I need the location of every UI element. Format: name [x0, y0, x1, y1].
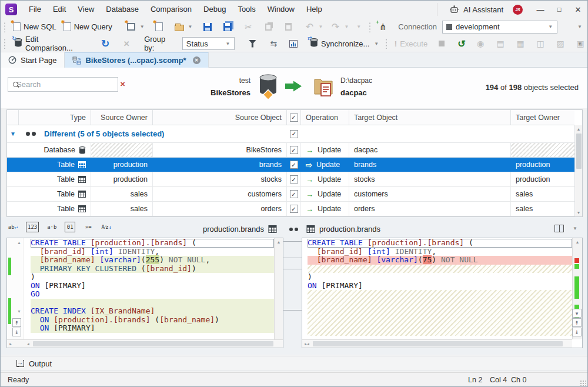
- refresh-button[interactable]: ↻: [99, 37, 111, 50]
- operation-cell[interactable]: →Update: [301, 172, 349, 186]
- code-line[interactable]: CREATE TABLE [production].[brands] (: [31, 239, 274, 248]
- fold-marker-icon[interactable]: ▲: [17, 241, 21, 245]
- menu-tools[interactable]: Tools: [232, 1, 261, 18]
- code-line[interactable]: [brand_id] [int] IDENTITY,: [308, 248, 572, 256]
- menu-database[interactable]: Database: [100, 1, 145, 18]
- column-header-target-object[interactable]: Target Object: [349, 110, 511, 125]
- row-checkbox[interactable]: ✓: [287, 172, 301, 186]
- save-button[interactable]: [202, 21, 213, 34]
- pivot-table-button[interactable]: ▦: [514, 37, 526, 50]
- target-owner-cell[interactable]: production: [511, 158, 574, 172]
- collapse-group-icon[interactable]: ▼: [7, 131, 19, 137]
- user-profile-badge[interactable]: JS: [513, 5, 523, 15]
- scroll-down-icon[interactable]: ▼: [575, 211, 582, 215]
- code-line[interactable]: ): [308, 273, 572, 282]
- code-line[interactable]: ON [PRIMARY]: [31, 282, 274, 291]
- redo-button[interactable]: ↷: [329, 21, 341, 34]
- group-row-different[interactable]: ▼ Different (5 of 5 objects selected) ✓: [7, 125, 574, 143]
- target-object-cell[interactable]: orders: [349, 202, 511, 216]
- type-cell[interactable]: Table: [19, 202, 91, 216]
- whitespace-icon[interactable]: a·b: [46, 222, 57, 232]
- save-all-button[interactable]: [220, 21, 232, 34]
- menu-comparison[interactable]: Comparison: [145, 1, 198, 18]
- target-object-cell[interactable]: brands: [349, 158, 511, 172]
- diff-marker-added[interactable]: [574, 276, 579, 299]
- synchronize-button[interactable]: ⇄ Synchronize...: [310, 37, 369, 50]
- code-line[interactable]: [31, 299, 274, 308]
- data-report-button[interactable]: ◉: [475, 37, 486, 50]
- type-cell[interactable]: Table: [19, 172, 91, 186]
- source-owner-cell[interactable]: sales: [91, 187, 153, 201]
- code-line[interactable]: ON [production].[brands] ([brand_name]): [31, 316, 274, 325]
- toolbar-overflow-icon[interactable]: ▼: [577, 41, 582, 46]
- next-difference-button[interactable]: ↡: [572, 328, 582, 336]
- operation-cell[interactable]: →Update: [301, 202, 349, 216]
- cancel-comparison-button[interactable]: ✕: [121, 37, 132, 50]
- scroll-up-icon[interactable]: ▲: [575, 127, 582, 131]
- code-line[interactable]: GO: [31, 290, 274, 299]
- code-line[interactable]: [brand_name] [varchar](255) NOT NULL,: [31, 256, 274, 265]
- paste-button[interactable]: [283, 21, 295, 34]
- left-vertical-scrollbar[interactable]: ▲: [274, 238, 283, 339]
- operation-cell[interactable]: →Update: [301, 187, 349, 201]
- code-line[interactable]: [brand_name] [varchar](75) NOT NULL: [308, 256, 572, 265]
- type-cell[interactable]: Table: [19, 187, 91, 201]
- source-object-cell[interactable]: BikeStores: [153, 143, 287, 157]
- stop-button[interactable]: [436, 37, 447, 50]
- toolbar-grip[interactable]: [369, 22, 371, 32]
- toolbar-overflow-icon[interactable]: ▼: [577, 24, 582, 29]
- edit-comparison-button[interactable]: ↻ Edit Comparison...: [14, 37, 88, 50]
- code-line[interactable]: ON [PRIMARY]: [308, 282, 572, 291]
- type-cell[interactable]: Table: [19, 158, 91, 172]
- source-object-cell[interactable]: brands: [153, 158, 287, 172]
- row-checkbox[interactable]: ✓: [287, 187, 301, 201]
- table-row[interactable]: Tableproductionbrands✓⇨Updatebrandsprodu…: [7, 158, 574, 172]
- tab-schema-comparison[interactable]: BikeStores (...cpac).scomp* ✕: [65, 52, 208, 68]
- target-object-cell[interactable]: stocks: [349, 172, 511, 186]
- right-horizontal-scrollbar[interactable]: ◂ ▸: [302, 339, 572, 348]
- code-line[interactable]: CREATE TABLE [production].[brands] (: [308, 239, 572, 248]
- cut-button[interactable]: ✂: [243, 21, 255, 34]
- menu-debug[interactable]: Debug: [198, 1, 232, 18]
- operation-cell[interactable]: →Update: [301, 143, 349, 157]
- scroll-up-icon[interactable]: ▲: [275, 240, 283, 244]
- filter-button[interactable]: [246, 37, 258, 50]
- maximize-button[interactable]: □: [550, 1, 569, 18]
- row-indent[interactable]: [7, 202, 19, 216]
- left-horizontal-scrollbar[interactable]: ◂ ▸: [7, 339, 283, 348]
- chevron-down-icon[interactable]: ▼: [356, 24, 361, 29]
- pane-layout-icon[interactable]: [554, 225, 564, 232]
- target-owner-cell[interactable]: sales: [511, 187, 574, 201]
- code-line[interactable]: ON [PRIMARY]: [31, 324, 274, 333]
- scrollbar-thumb[interactable]: [576, 134, 582, 169]
- source-object-cell[interactable]: stocks: [153, 172, 287, 186]
- row-indent[interactable]: [7, 143, 19, 157]
- line-numbers-icon[interactable]: 123: [26, 222, 39, 232]
- code-line[interactable]: [brand_id] [int] IDENTITY,: [31, 248, 274, 256]
- table-row[interactable]: Tablesalescustomers✓→Updatecustomerssale…: [7, 187, 574, 202]
- column-header-target-owner[interactable]: Target Owner: [511, 110, 574, 125]
- word-wrap-icon[interactable]: ab↵: [8, 222, 18, 232]
- code-line[interactable]: PRIMARY KEY CLUSTERED ([brand_id]): [31, 265, 274, 273]
- menu-edit[interactable]: Edit: [47, 1, 72, 18]
- new-document-button[interactable]: [153, 21, 165, 34]
- column-header-operation[interactable]: Operation: [301, 110, 349, 125]
- group-by-select[interactable]: Status ▼: [182, 37, 235, 50]
- toolbar-grip[interactable]: [4, 22, 6, 32]
- prev-difference-button[interactable]: ↟: [12, 318, 21, 327]
- row-indent[interactable]: [7, 172, 19, 186]
- sort-icon[interactable]: A⁄z↓: [101, 222, 112, 232]
- new-window-button[interactable]: [125, 21, 137, 34]
- toolbar-grip[interactable]: [4, 38, 6, 49]
- chevron-down-icon[interactable]: ▼: [374, 41, 379, 46]
- resize-grip[interactable]: [580, 380, 586, 386]
- scroll-left-icon[interactable]: ◂: [25, 342, 32, 346]
- scroll-right-icon[interactable]: ▸: [302, 342, 309, 346]
- source-ddl-code[interactable]: CREATE TABLE [production].[brands] ( [br…: [24, 239, 274, 339]
- table-row[interactable]: Tablesalesorders✓→Updateorderssales: [7, 202, 574, 216]
- binary-view-icon[interactable]: 01: [65, 222, 75, 232]
- row-checkbox[interactable]: ✓: [287, 143, 301, 157]
- source-owner-cell[interactable]: production: [91, 172, 153, 186]
- grid-corner-cell[interactable]: [7, 110, 19, 125]
- new-query-button[interactable]: New Query: [64, 21, 112, 34]
